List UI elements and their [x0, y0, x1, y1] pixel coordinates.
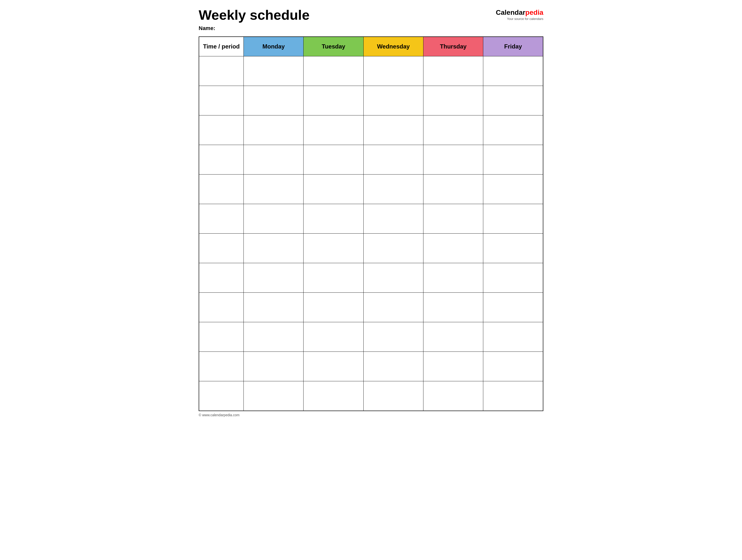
table-cell[interactable]: [304, 263, 363, 293]
logo-text: Calendarpedia: [496, 9, 543, 16]
table-cell[interactable]: [363, 174, 423, 204]
table-cell[interactable]: [423, 174, 483, 204]
table-cell[interactable]: [483, 234, 543, 263]
table-cell[interactable]: [304, 56, 363, 86]
table-row: [199, 145, 543, 174]
table-cell[interactable]: [199, 263, 244, 293]
table-cell[interactable]: [199, 204, 244, 234]
table-cell[interactable]: [244, 322, 304, 352]
table-row: [199, 56, 543, 86]
table-cell[interactable]: [483, 263, 543, 293]
table-cell[interactable]: [483, 204, 543, 234]
logo-calendar-part: Calendar: [496, 9, 525, 16]
table-row: [199, 352, 543, 381]
table-cell[interactable]: [483, 293, 543, 322]
page-container: Weekly schedule Calendarpedia Your sourc…: [199, 7, 543, 417]
table-row: [199, 86, 543, 115]
table-cell[interactable]: [304, 322, 363, 352]
table-cell[interactable]: [483, 145, 543, 174]
table-cell[interactable]: [423, 145, 483, 174]
table-cell[interactable]: [199, 86, 244, 115]
table-cell[interactable]: [244, 204, 304, 234]
table-row: [199, 381, 543, 411]
table-cell[interactable]: [363, 263, 423, 293]
table-row: [199, 234, 543, 263]
table-cell[interactable]: [423, 381, 483, 411]
table-cell[interactable]: [244, 115, 304, 145]
table-cell[interactable]: [363, 86, 423, 115]
header-row-table: Time / period Monday Tuesday Wednesday T…: [199, 37, 543, 56]
table-cell[interactable]: [483, 174, 543, 204]
table-cell[interactable]: [483, 322, 543, 352]
table-cell[interactable]: [483, 115, 543, 145]
table-row: [199, 174, 543, 204]
table-cell[interactable]: [244, 263, 304, 293]
col-header-wednesday: Wednesday: [363, 37, 423, 56]
table-cell[interactable]: [304, 293, 363, 322]
col-header-thursday: Thursday: [423, 37, 483, 56]
table-cell[interactable]: [423, 204, 483, 234]
name-row: Name:: [199, 25, 543, 32]
table-cell[interactable]: [304, 145, 363, 174]
table-cell[interactable]: [363, 115, 423, 145]
table-cell[interactable]: [199, 56, 244, 86]
col-header-time: Time / period: [199, 37, 244, 56]
table-row: [199, 115, 543, 145]
col-header-monday: Monday: [244, 37, 304, 56]
table-cell[interactable]: [244, 174, 304, 204]
table-cell[interactable]: [423, 293, 483, 322]
footer: © www.calendarpedia.com: [199, 413, 543, 417]
table-cell[interactable]: [244, 234, 304, 263]
table-cell[interactable]: [244, 86, 304, 115]
table-cell[interactable]: [199, 234, 244, 263]
table-cell[interactable]: [199, 145, 244, 174]
table-cell[interactable]: [304, 204, 363, 234]
table-cell[interactable]: [199, 381, 244, 411]
table-cell[interactable]: [363, 56, 423, 86]
table-cell[interactable]: [363, 352, 423, 381]
table-cell[interactable]: [363, 381, 423, 411]
table-cell[interactable]: [483, 352, 543, 381]
header-row: Weekly schedule Calendarpedia Your sourc…: [199, 7, 543, 23]
table-cell[interactable]: [363, 322, 423, 352]
table-cell[interactable]: [244, 352, 304, 381]
page-title: Weekly schedule: [199, 7, 310, 23]
table-row: [199, 293, 543, 322]
table-row: [199, 263, 543, 293]
table-cell[interactable]: [304, 352, 363, 381]
table-cell[interactable]: [304, 381, 363, 411]
table-cell[interactable]: [423, 115, 483, 145]
table-cell[interactable]: [304, 234, 363, 263]
table-cell[interactable]: [304, 86, 363, 115]
table-cell[interactable]: [363, 293, 423, 322]
table-cell[interactable]: [483, 86, 543, 115]
name-label: Name:: [199, 25, 215, 31]
table-cell[interactable]: [483, 56, 543, 86]
table-cell[interactable]: [423, 352, 483, 381]
table-cell[interactable]: [423, 263, 483, 293]
table-cell[interactable]: [423, 234, 483, 263]
table-cell[interactable]: [363, 234, 423, 263]
schedule-body: [199, 56, 543, 411]
table-cell[interactable]: [199, 174, 244, 204]
table-cell[interactable]: [423, 86, 483, 115]
table-cell[interactable]: [363, 204, 423, 234]
table-cell[interactable]: [304, 115, 363, 145]
table-cell[interactable]: [199, 322, 244, 352]
table-cell[interactable]: [304, 174, 363, 204]
logo-tagline: Your source for calendars: [507, 17, 543, 21]
table-cell[interactable]: [244, 381, 304, 411]
table-cell[interactable]: [199, 352, 244, 381]
logo-pedia-part: pedia: [525, 9, 543, 16]
table-cell[interactable]: [199, 293, 244, 322]
col-header-tuesday: Tuesday: [304, 37, 363, 56]
table-cell[interactable]: [363, 145, 423, 174]
table-row: [199, 322, 543, 352]
table-cell[interactable]: [423, 322, 483, 352]
table-cell[interactable]: [244, 293, 304, 322]
table-cell[interactable]: [483, 381, 543, 411]
table-cell[interactable]: [244, 145, 304, 174]
table-cell[interactable]: [199, 115, 244, 145]
table-cell[interactable]: [244, 56, 304, 86]
table-cell[interactable]: [423, 56, 483, 86]
